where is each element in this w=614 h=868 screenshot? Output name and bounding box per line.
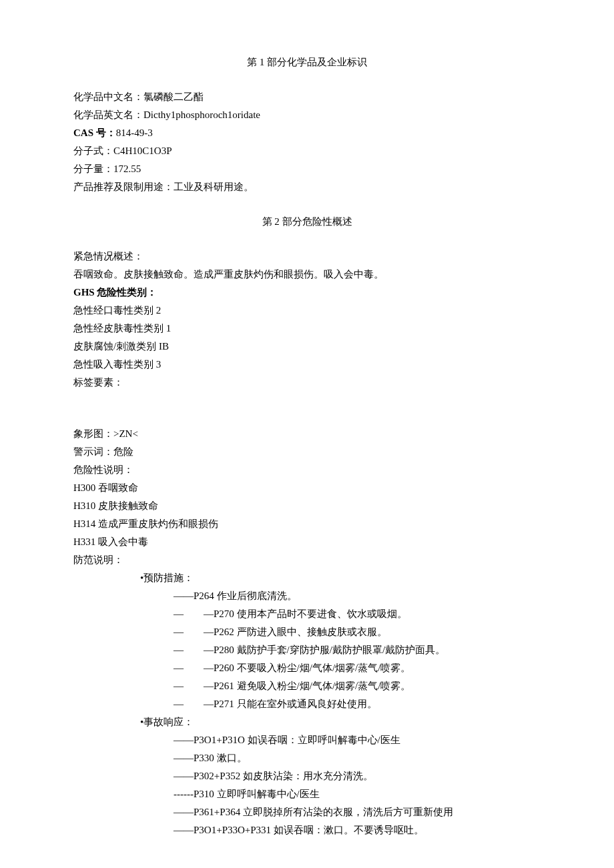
dash-icon: ——	[174, 821, 194, 839]
ghs-label: GHS 危险性类别：	[73, 284, 541, 302]
field-cas: CAS 号：814-49-3	[73, 124, 541, 142]
signal-word-label: 警示词：	[73, 446, 113, 457]
field-chinese-name: 化学品中文名：氯磷酸二乙酯	[73, 88, 541, 106]
pictogram-label: 象形图：	[73, 428, 113, 439]
field-formula: 分子式：C4H10C1O3P	[73, 142, 541, 160]
cas-value: 814-49-3	[116, 127, 153, 138]
emergency-label: 紧急情况概述：	[73, 248, 541, 266]
pictogram-value: >ZN<	[113, 428, 138, 439]
response-item-3: ------P310 立即呼叫解毒中心/医生	[73, 785, 541, 803]
dash-icon: ——	[174, 767, 194, 785]
response-text: P3O1+P33O+P331 如误吞咽：漱口。不要诱导呕吐。	[194, 821, 424, 839]
hazard-item-0: H300 吞咽致命	[73, 479, 541, 497]
dash-icon: — —	[174, 695, 214, 713]
chinese-name-value: 氯磷酸二乙酯	[143, 91, 204, 102]
prevention-text: P260 不要吸入粉尘/烟/气体/烟雾/蒸气/喷雾。	[214, 659, 410, 677]
english-name-label: 化学品英文名：	[73, 109, 143, 120]
field-usage: 产品推荐及限制用途：工业及科研用途。	[73, 178, 541, 196]
weight-value: 172.55	[113, 163, 141, 174]
response-text: P361+P364 立即脱掉所有沾染的衣服，清洗后方可重新使用	[194, 803, 453, 821]
label-elements: 标签要素：	[73, 374, 541, 392]
prevention-text: P271 只能在室外或通风良好处使用。	[214, 695, 377, 713]
field-english-name: 化学品英文名：Dicthy1phosphoroch1oridate	[73, 106, 541, 124]
hazard-item-2: H314 造成严重皮肤灼伤和眼损伤	[73, 515, 541, 533]
response-text: P302+P352 如皮肤沾染：用水充分清洗。	[194, 767, 373, 785]
prevention-text: P261 避免吸入粉尘/烟/气体/烟雾/蒸气/喷雾。	[214, 677, 410, 695]
prevention-text: P270 使用本产品时不要进食、饮水或吸烟。	[214, 605, 407, 623]
prevention-item-6: — —P271 只能在室外或通风良好处使用。	[73, 695, 541, 713]
prevention-item-4: — —P260 不要吸入粉尘/烟/气体/烟雾/蒸气/喷雾。	[73, 659, 541, 677]
prevention-item-5: — —P261 避免吸入粉尘/烟/气体/烟雾/蒸气/喷雾。	[73, 677, 541, 695]
ghs-item-1: 急性经皮肤毒性类别 1	[73, 320, 541, 338]
emergency-value: 吞咽致命。皮肤接触致命。造成严重皮肤灼伤和眼损伤。吸入会中毒。	[73, 266, 541, 284]
section-1-title: 第 1 部分化学品及企业标识	[73, 53, 541, 71]
response-text: P310 立即呼叫解毒中心/医生	[194, 785, 320, 803]
dash-icon: — —	[174, 677, 214, 695]
prevention-item-1: — —P270 使用本产品时不要进食、饮水或吸烟。	[73, 605, 541, 623]
usage-label: 产品推荐及限制用途：	[73, 181, 174, 192]
usage-value: 工业及科研用途。	[174, 181, 254, 192]
prevention-text: P280 戴防护手套/穿防护服/戴防护眼罩/戴防护面具。	[214, 641, 445, 659]
response-text: P330 漱口。	[194, 749, 247, 767]
formula-label: 分子式：	[73, 145, 113, 156]
prevention-text: P264 作业后彻底清洗。	[194, 587, 297, 605]
section-2-content: 紧急情况概述： 吞咽致命。皮肤接触致命。造成严重皮肤灼伤和眼损伤。吸入会中毒。 …	[73, 248, 541, 839]
dash-icon: — —	[174, 659, 214, 677]
chinese-name-label: 化学品中文名：	[73, 91, 143, 102]
prevention-text: P262 严防进入眼中、接触皮肤或衣服。	[214, 623, 387, 641]
dash-icon: ——	[174, 731, 194, 749]
section-2-title: 第 2 部分危险性概述	[73, 213, 541, 231]
english-name-value: Dicthy1phosphoroch1oridate	[143, 109, 260, 120]
field-weight: 分子量：172.55	[73, 160, 541, 178]
response-label: •事故响应：	[73, 713, 541, 731]
field-signal-word: 警示词：危险	[73, 443, 541, 461]
dash-icon: ——	[174, 803, 194, 821]
ghs-item-3: 急性吸入毒性类别 3	[73, 356, 541, 374]
dash-icon: ——	[174, 749, 194, 767]
dash-icon: ——	[174, 587, 194, 605]
response-item-4: ——P361+P364 立即脱掉所有沾染的衣服，清洗后方可重新使用	[73, 803, 541, 821]
response-text: P3O1+P31O 如误吞咽：立即呼叫解毒中心/医生	[194, 731, 400, 749]
formula-value: C4H10C1O3P	[113, 145, 172, 156]
signal-word-value: 危险	[113, 446, 133, 457]
prevention-item-0: ——P264 作业后彻底清洗。	[73, 587, 541, 605]
response-item-5: ——P3O1+P33O+P331 如误吞咽：漱口。不要诱导呕吐。	[73, 821, 541, 839]
field-pictogram: 象形图：>ZN<	[73, 425, 541, 443]
hazard-item-3: H331 吸入会中毒	[73, 533, 541, 551]
prevention-item-2: — —P262 严防进入眼中、接触皮肤或衣服。	[73, 623, 541, 641]
dash-icon: — —	[174, 605, 214, 623]
precaution-label: 防范说明：	[73, 551, 541, 569]
ghs-item-2: 皮肤腐蚀/刺激类别 IB	[73, 338, 541, 356]
dash-icon: ------	[174, 785, 194, 803]
response-item-1: ——P330 漱口。	[73, 749, 541, 767]
prevention-label: •预防措施：	[73, 569, 541, 587]
dash-icon: — —	[174, 623, 214, 641]
weight-label: 分子量：	[73, 163, 113, 174]
hazard-label: 危险性说明：	[73, 461, 541, 479]
prevention-item-3: — —P280 戴防护手套/穿防护服/戴防护眼罩/戴防护面具。	[73, 641, 541, 659]
cas-label: CAS 号：	[73, 127, 116, 138]
response-item-2: ——P302+P352 如皮肤沾染：用水充分清洗。	[73, 767, 541, 785]
dash-icon: — —	[174, 641, 214, 659]
ghs-item-0: 急性经口毒性类别 2	[73, 302, 541, 320]
spacer	[73, 392, 541, 425]
hazard-item-1: H310 皮肤接触致命	[73, 497, 541, 515]
response-item-0: ——P3O1+P31O 如误吞咽：立即呼叫解毒中心/医生	[73, 731, 541, 749]
section-1-content: 化学品中文名：氯磷酸二乙酯 化学品英文名：Dicthy1phosphoroch1…	[73, 88, 541, 196]
